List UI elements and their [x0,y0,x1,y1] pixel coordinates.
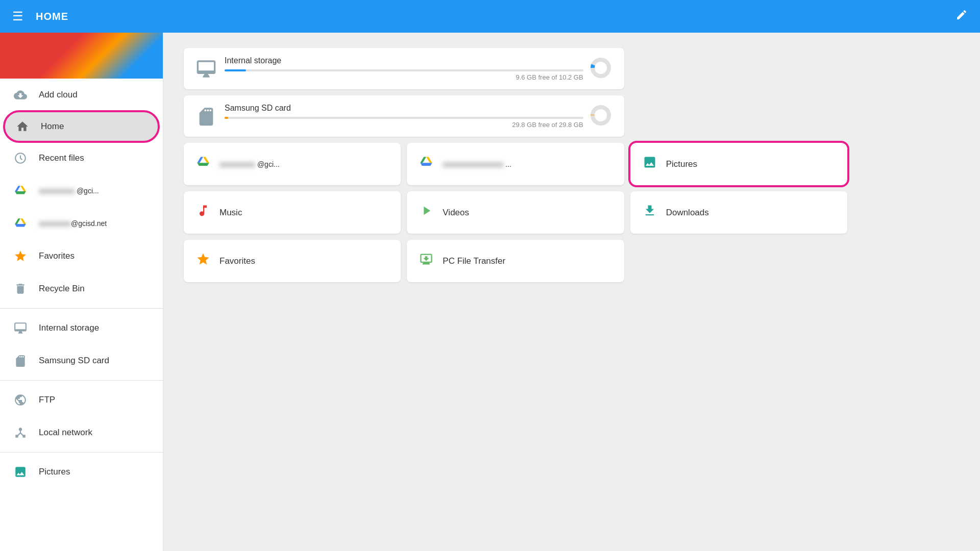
samsung-sd-donut [590,104,614,129]
menu-icon[interactable]: ☰ [12,9,23,23]
sidebar-home-label: Home [41,121,64,132]
star-icon [12,248,29,264]
sidebar-item-pictures[interactable]: Pictures [0,456,163,488]
monitor-icon [12,320,29,336]
sidebar-gdrive1-prefix: xxxxxxxxxx [39,187,75,195]
samsung-sd-card-name: Samsung SD card [225,104,583,113]
internal-storage-progress-fill [225,69,246,71]
favorites-card[interactable]: Favorites [184,240,401,282]
sidebar-favorites-label: Favorites [39,251,75,261]
trash-icon [12,281,29,297]
sidebar-item-recent-files[interactable]: Recent files [0,142,163,174]
gdrive-card-2-icon [417,155,435,173]
sidebar-item-favorites[interactable]: Favorites [0,240,163,272]
pictures-sidebar-icon [12,464,29,480]
sidebar-item-ftp[interactable]: FTP [0,384,163,416]
sidebar-gdrive2-label: @gcisd.net [71,219,107,228]
internal-storage-card-info: Internal storage 9.6 GB free of 10.2 GB [218,56,590,81]
sd-icon [12,353,29,369]
internal-storage-donut [590,57,614,81]
network-icon [12,424,29,441]
internal-storage-card-name: Internal storage [225,56,583,65]
videos-card[interactable]: Videos [407,191,624,234]
sidebar-item-internal-storage[interactable]: Internal storage [0,312,163,344]
gdrive1-icon [12,183,29,199]
sidebar-divider-2 [0,380,163,381]
internal-storage-card-size: 9.6 GB free of 10.2 GB [225,73,583,81]
topbar: ☰ HOME [0,0,980,33]
cloud-icon [12,87,29,103]
sidebar-pictures-label: Pictures [39,467,70,477]
sidebar-recycle-bin-label: Recycle Bin [39,284,85,294]
samsung-sd-progress-bar [225,117,583,119]
app-title: HOME [36,11,955,22]
sidebar-item-add-cloud[interactable]: Add cloud [0,79,163,111]
sidebar-add-cloud-label: Add cloud [39,90,78,100]
cards-grid: Internal storage 9.6 GB free of 10.2 GB [184,48,847,282]
downloads-card-label: Downloads [666,208,709,218]
samsung-sd-card-size: 29.8 GB free of 29.8 GB [225,121,583,129]
sidebar-local-network-label: Local network [39,428,92,438]
sidebar-item-gdrive2[interactable]: xxxxxxxxx @gcisd.net [0,207,163,240]
favorites-card-label: Favorites [219,256,255,266]
gdrive-card-1[interactable]: xxxxxxxxxx @gci... [184,143,401,185]
samsung-sd-card-info: Samsung SD card 29.8 GB free of 29.8 GB [218,104,590,129]
sidebar-item-local-network[interactable]: Local network [0,416,163,449]
main-content: Internal storage 9.6 GB free of 10.2 GB [163,33,980,551]
music-card-icon [194,204,212,221]
clock-icon [12,150,29,166]
sidebar-decoration [0,33,163,79]
sidebar-ftp-label: FTP [39,395,55,405]
gdrive2-icon [12,215,29,232]
sidebar-recent-files-label: Recent files [39,153,84,163]
music-card[interactable]: Music [184,191,401,234]
downloads-card[interactable]: Downloads [630,191,847,234]
pictures-card-icon [641,155,659,173]
gdrive-card-1-prefix: xxxxxxxxxx [219,160,255,168]
sidebar-item-samsung-sd[interactable]: Samsung SD card [0,344,163,377]
gdrive-card-1-icon [194,155,212,173]
sidebar-item-home[interactable]: Home [5,112,158,141]
sidebar: Add cloud Home Recent files [0,33,163,551]
videos-card-label: Videos [443,208,469,218]
sidebar-gdrive1-label: @gci... [75,187,99,195]
svg-point-0 [593,60,609,76]
internal-storage-card[interactable]: Internal storage 9.6 GB free of 10.2 GB [184,48,624,89]
downloads-card-icon [641,204,659,221]
samsung-sd-card[interactable]: Samsung SD card 29.8 GB free of 29.8 GB [184,95,624,137]
gdrive-card-2-label: ... [503,160,511,168]
internal-storage-progress-bar [225,69,583,71]
pictures-card-label: Pictures [666,159,697,169]
globe-icon [12,392,29,408]
pc-file-transfer-icon [417,252,435,270]
pc-file-transfer-card[interactable]: PC File Transfer [407,240,624,282]
pc-file-transfer-card-label: PC File Transfer [443,256,505,266]
sidebar-internal-storage-label: Internal storage [39,323,99,333]
edit-icon[interactable] [955,9,968,24]
music-card-label: Music [219,208,242,218]
gdrive-card-2[interactable]: xxxxxxxxxxxxxxxxx ... [407,143,624,185]
gdrive-card-2-prefix: xxxxxxxxxxxxxxxxx [443,160,503,168]
gdrive-card-1-label: @gci... [255,160,280,168]
sidebar-samsung-sd-label: Samsung SD card [39,356,109,366]
pictures-card[interactable]: Pictures [630,143,847,185]
svg-point-2 [593,107,609,123]
main-layout: Add cloud Home Recent files [0,33,980,551]
sidebar-item-recycle-bin[interactable]: Recycle Bin [0,272,163,305]
favorites-card-icon [194,252,212,270]
home-icon [14,118,31,135]
videos-card-icon [417,204,435,221]
sidebar-divider-1 [0,308,163,309]
sidebar-gdrive2-prefix: xxxxxxxxx [39,219,71,228]
sidebar-item-gdrive1[interactable]: xxxxxxxxxx @gci... [0,174,163,207]
sidebar-divider-3 [0,452,163,453]
samsung-sd-progress-fill [225,117,228,119]
internal-storage-card-icon [194,57,218,81]
samsung-sd-card-icon [194,104,218,129]
